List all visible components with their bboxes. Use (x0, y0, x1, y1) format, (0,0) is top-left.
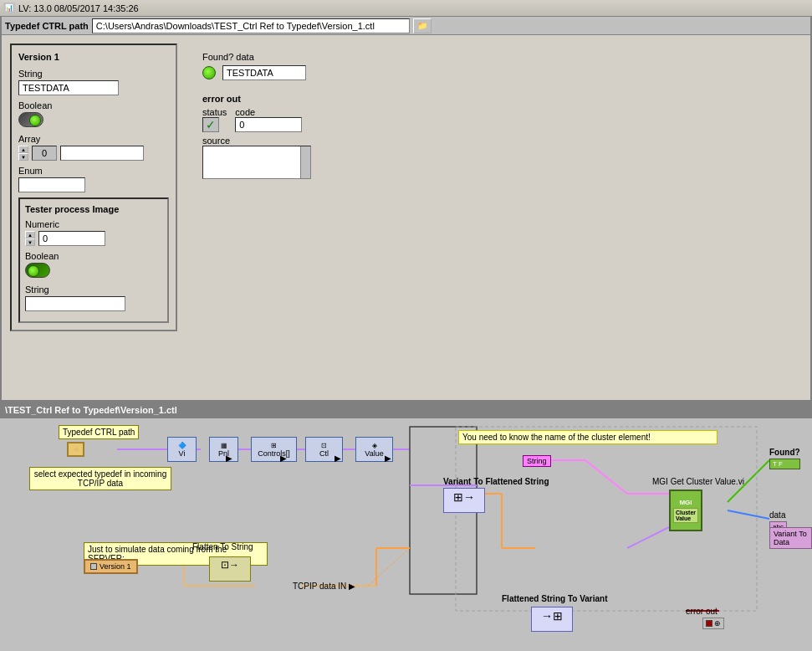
version1-bd-node: Version 1 (84, 559, 138, 574)
vi-label: Vi (179, 449, 186, 458)
numeric-spinner[interactable]: ▲ ▼ (25, 231, 35, 246)
found-led (202, 66, 216, 79)
svg-line-15 (627, 527, 669, 548)
error-title: error out (202, 94, 311, 104)
svg-rect-25 (456, 427, 757, 611)
array-up-button[interactable]: ▲ (18, 146, 28, 153)
error-section: error out status ✓ code 0 source (202, 94, 311, 179)
ctl-icon: ⊡ (321, 442, 327, 449)
boolean2-led (28, 265, 39, 277)
source-col: source (202, 136, 311, 179)
enum-label: Enum (18, 166, 169, 176)
diagram-content: Typedef CTRL path ◄ 🔷 Vi ▦ Pnl ▶ ⊞ Contr… (0, 418, 812, 651)
title-bar: 📊 LV: 13.0 08/05/2017 14:35:26 (0, 0, 812, 17)
ftv-node: →⊞ (531, 607, 573, 632)
version1-title: Version 1 (18, 52, 169, 62)
tester-subpanel: Tester process Image Numeric ▲ ▼ 0 Boole… (18, 197, 169, 323)
flatten-label: Flatten To String (192, 542, 253, 551)
value-arrow: ▶ (385, 454, 391, 463)
source-scrollbar[interactable] (300, 146, 310, 178)
vi-node: 🔷 Vi (167, 437, 197, 462)
boolean-toggle[interactable] (18, 112, 43, 127)
status-label: status (202, 107, 227, 117)
controls-icon: ⊞ (271, 442, 277, 449)
code-label: code (235, 107, 302, 117)
select-label: select expected typedef in incoming TCP/… (29, 467, 171, 490)
wiring-diagram (0, 418, 812, 651)
string-label: String (18, 69, 169, 79)
numeric-down-button[interactable]: ▼ (25, 238, 35, 246)
fstv-label: Flattened String To Variant (502, 594, 608, 603)
front-panel-content: Version 1 String Boolean Array ▲ ▼ (2, 35, 810, 340)
mgi-node: MGI ClusterValue (669, 490, 702, 531)
string2-field-group: String (25, 284, 162, 311)
panel-arrow: ▶ (226, 454, 232, 463)
diagram-title-bar: \TEST_Ctrl Ref to Typedef\Version_1.ctl (0, 402, 812, 418)
found-section: Found? data TESTDATA (202, 52, 311, 80)
found-label: Found? data (202, 52, 311, 62)
svg-line-17 (728, 510, 769, 519)
string2-label: String (25, 284, 162, 295)
source-box (202, 146, 311, 179)
svg-line-24 (368, 548, 410, 586)
data-output: TESTDATA (222, 65, 306, 80)
diagram-title: \TEST_Ctrl Ref to Typedef\Version_1.ctl (5, 405, 177, 415)
panel-node: ▦ Pnl (209, 437, 238, 462)
array-control: ▲ ▼ 0 (18, 146, 169, 161)
vtf-icon: ⊞→ (449, 490, 479, 504)
tf-indicator: T F (769, 459, 800, 469)
numeric-label: Numeric (25, 219, 162, 229)
boolean-led (29, 115, 41, 126)
array-label: Array (18, 134, 169, 144)
enum-field-group: Enum (18, 166, 169, 192)
numeric-input[interactable]: 0 (38, 231, 105, 246)
folder-browse-button[interactable]: 📁 (413, 18, 432, 33)
string-input[interactable] (18, 80, 119, 95)
variant-to-data-node: Variant To Data (769, 527, 812, 549)
found-row: TESTDATA (202, 65, 311, 80)
vtf-label: Variant To Flattened String (443, 477, 549, 486)
status-col: status ✓ (202, 107, 227, 132)
string-field-group: String (18, 69, 169, 95)
error-out-bd-node: ⊕ (702, 618, 724, 629)
tcpip-label: TCPIP data IN ▶ (293, 582, 355, 591)
front-panel-window: Typedef CTRL path 📁 Version 1 String Boo… (0, 17, 812, 402)
controls-node: ⊞ Controls[] (251, 437, 297, 462)
panel-icon: ▦ (221, 442, 227, 449)
cluster-value-label: ClusterValue (673, 508, 698, 523)
string-terminal: String (523, 455, 551, 467)
version1-connector (90, 563, 97, 570)
error-out-bd-label: error out (686, 607, 718, 616)
string2-input[interactable] (25, 296, 125, 311)
vi-icon: 🔷 (178, 442, 186, 449)
svg-line-10 (585, 460, 627, 494)
array-index: 0 (32, 146, 57, 161)
vtf-node: ⊞→ (443, 488, 485, 513)
typedef-label: Typedef CTRL path (5, 21, 89, 31)
source-label: source (202, 136, 230, 146)
code-input: 0 (235, 117, 302, 132)
ctl-label: Ctl (319, 449, 329, 458)
checkmark-icon: ✓ (206, 118, 216, 131)
error-connector (706, 620, 712, 627)
version1-cluster: Version 1 String Boolean Array ▲ ▼ (10, 44, 177, 331)
typedef-ctrl-label: Typedef CTRL path (59, 425, 139, 439)
array-down-button[interactable]: ▼ (18, 153, 28, 161)
array-spinner[interactable]: ▲ ▼ (18, 146, 28, 161)
ctl-arrow: ▶ (335, 454, 341, 463)
array-value (60, 146, 144, 161)
cluster-note: You need to know the name of the cluster… (458, 430, 718, 444)
flatten-node: ⊡→ (209, 556, 251, 582)
path-bar: Typedef CTRL path 📁 (2, 17, 810, 35)
path-input[interactable] (92, 18, 410, 33)
numeric-field-group: Numeric ▲ ▼ 0 (25, 219, 162, 246)
tcpip-arrow: ▶ (349, 582, 355, 591)
numeric-up-button[interactable]: ▲ (25, 231, 35, 238)
mgi-label: MGI Get Cluster Value.vi (652, 477, 744, 486)
controls-arrow: ▶ (280, 454, 287, 463)
boolean2-toggle[interactable] (25, 263, 50, 278)
app-icon: 📊 (3, 3, 15, 14)
enum-control[interactable] (18, 177, 85, 192)
code-col: code 0 (235, 107, 302, 132)
boolean2-label: Boolean (25, 251, 162, 261)
